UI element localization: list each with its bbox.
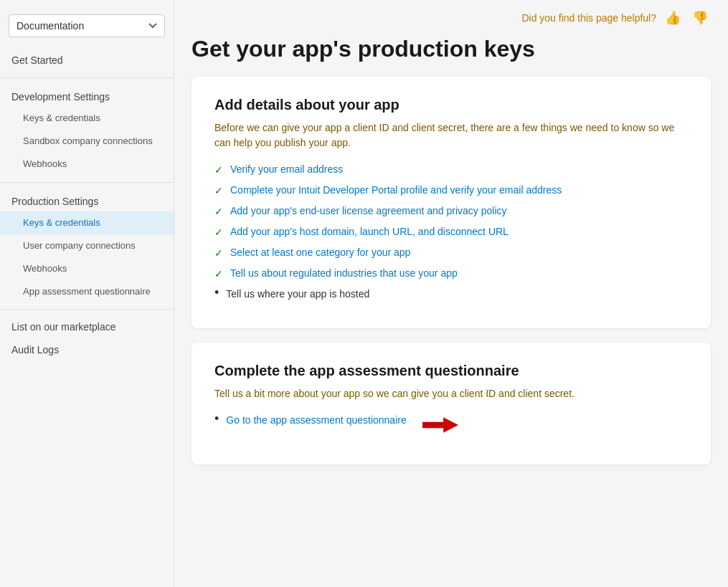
verify-email-link[interactable]: Verify your email address [230, 163, 343, 175]
sidebar-item-dev-keys[interactable]: Keys & credentials [0, 107, 174, 130]
check-icon: ✓ [214, 185, 223, 196]
helpful-text: Did you find this page helpful? [521, 12, 656, 24]
sidebar-item-prod-keys[interactable]: Keys & credentials [0, 211, 174, 234]
arrow-indicator [422, 414, 458, 436]
card-1-subtitle: Before we can give your app a client ID … [214, 120, 688, 151]
list-item: ✓ Add your app's host domain, launch URL… [214, 226, 688, 238]
check-icon: ✓ [214, 268, 223, 280]
sidebar: Documentation API Reference Support Get … [0, 0, 174, 587]
divider-1 [0, 77, 174, 78]
sidebar-section-production: Production Settings [0, 188, 174, 211]
thumbs-down-button[interactable]: 👎 [689, 9, 711, 27]
list-item: ✓ Select at least one category for your … [214, 247, 688, 259]
app-hosted-text: Tell us where your app is hosted [226, 288, 369, 300]
check-icon: ✓ [214, 247, 223, 259]
thumbs-up-button[interactable]: 👍 [662, 9, 684, 27]
page-title: Get your app's production keys [174, 36, 728, 77]
list-item: ✓ Complete your Intuit Developer Portal … [214, 184, 688, 196]
card-2-subtitle: Tell us a bit more about your app so we … [214, 386, 688, 401]
sidebar-item-marketplace[interactable]: List on our marketplace [0, 315, 174, 338]
card-1-title: Add details about your app [214, 97, 688, 113]
sidebar-item-get-started[interactable]: Get Started [0, 49, 174, 72]
sidebar-item-dev-sandbox[interactable]: Sandbox company connections [0, 130, 174, 153]
add-host-link[interactable]: Add your app's host domain, launch URL, … [230, 226, 509, 237]
checklist-2: • Go to the app assessment questionnaire [214, 414, 688, 436]
sidebar-section-development: Development Settings [0, 84, 174, 107]
sidebar-item-prod-assessment[interactable]: App assessment questionnaire [0, 280, 174, 303]
complete-profile-link[interactable]: Complete your Intuit Developer Portal pr… [230, 184, 562, 196]
sidebar-item-dev-webhooks[interactable]: Webhooks [0, 153, 174, 176]
svg-marker-0 [422, 417, 458, 433]
bullet-icon: • [214, 412, 219, 425]
checklist-1: ✓ Verify your email address ✓ Complete y… [214, 163, 688, 300]
divider-3 [0, 309, 174, 310]
go-assessment-link[interactable]: Go to the app assessment questionnaire [226, 414, 406, 426]
list-item: ✓ Tell us about regulated industries tha… [214, 267, 688, 280]
sidebar-dropdown-wrap: Documentation API Reference Support [0, 9, 174, 49]
sidebar-item-prod-webhooks[interactable]: Webhooks [0, 257, 174, 280]
main-content: Did you find this page helpful? 👍 👎 Get … [174, 0, 728, 587]
list-item: ✓ Add your app's end-user license agreem… [214, 205, 688, 217]
card-2-title: Complete the app assessment questionnair… [214, 363, 688, 379]
regulated-link[interactable]: Tell us about regulated industries that … [230, 267, 458, 279]
documentation-dropdown[interactable]: Documentation API Reference Support [9, 14, 165, 37]
sidebar-item-prod-user-company[interactable]: User company connections [0, 234, 174, 257]
check-icon: ✓ [214, 164, 223, 176]
list-item: • Tell us where your app is hosted [214, 288, 688, 300]
assessment-card: Complete the app assessment questionnair… [192, 343, 711, 464]
add-details-card: Add details about your app Before we can… [192, 77, 711, 328]
check-icon: ✓ [214, 206, 223, 217]
list-item: • Go to the app assessment questionnaire [214, 414, 688, 436]
check-icon: ✓ [214, 226, 223, 238]
top-bar: Did you find this page helpful? 👍 👎 [174, 0, 728, 36]
divider-2 [0, 182, 174, 183]
select-category-link[interactable]: Select at least one category for your ap… [230, 247, 410, 258]
list-item: ✓ Verify your email address [214, 163, 688, 176]
sidebar-item-audit-logs[interactable]: Audit Logs [0, 338, 174, 361]
add-eula-link[interactable]: Add your app's end-user license agreemen… [230, 205, 507, 216]
bullet-icon: • [214, 286, 219, 299]
